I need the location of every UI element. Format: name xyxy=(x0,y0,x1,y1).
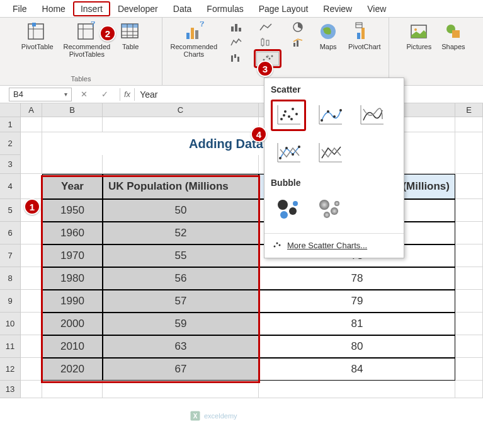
data-cell[interactable]: 1970 xyxy=(42,244,103,267)
scatter-option-markers[interactable] xyxy=(271,100,306,131)
pivot-table-button[interactable]: PivotTable xyxy=(19,20,56,59)
recommended-pivot-icon: ? xyxy=(77,21,97,42)
tab-view[interactable]: View xyxy=(360,1,394,16)
shapes-label: Shapes xyxy=(441,43,465,50)
dropdown-section-scatter: Scatter xyxy=(264,82,404,100)
data-cell[interactable]: 1960 xyxy=(42,222,103,244)
scatter-option-straight[interactable] xyxy=(312,137,348,169)
scatter-option-smooth[interactable] xyxy=(354,100,389,131)
data-cell[interactable]: 56 xyxy=(103,267,259,290)
pictures-button[interactable]: Pictures xyxy=(404,20,434,52)
header-year[interactable]: Year xyxy=(42,174,103,199)
svg-point-46 xyxy=(280,118,283,120)
svg-rect-34 xyxy=(297,40,298,47)
combo-chart-button[interactable] xyxy=(287,35,310,49)
bubble-option-3d[interactable] xyxy=(312,193,348,224)
statistic-chart-button[interactable] xyxy=(254,35,278,49)
row-header[interactable]: 8 xyxy=(0,267,21,290)
svg-rect-36 xyxy=(357,33,360,39)
pie-chart-button[interactable] xyxy=(287,20,310,34)
line-chart-button[interactable] xyxy=(254,20,278,34)
column-chart-button[interactable] xyxy=(225,20,249,34)
col-header-b[interactable]: B xyxy=(42,103,103,117)
tab-page-layout[interactable]: Page Layout xyxy=(251,1,316,16)
cancel-formula-icon[interactable]: ✕ xyxy=(78,89,90,99)
table-icon xyxy=(120,21,140,42)
tab-insert[interactable]: Insert xyxy=(73,1,110,16)
tab-data[interactable]: Data xyxy=(166,1,200,16)
pivot-table-icon xyxy=(27,21,47,42)
data-cell[interactable]: 67 xyxy=(103,358,259,381)
row-header[interactable]: 11 xyxy=(0,335,21,358)
svg-rect-43 xyxy=(452,30,460,38)
dropdown-section-bubble: Bubble xyxy=(264,175,404,193)
col-header-c[interactable]: C xyxy=(103,103,259,117)
tab-review[interactable]: Review xyxy=(315,1,360,16)
select-all-corner[interactable] xyxy=(0,103,21,117)
pictures-icon xyxy=(409,21,429,42)
row-header[interactable]: 6 xyxy=(0,222,21,244)
tab-developer[interactable]: Developer xyxy=(110,1,166,16)
tab-formulas[interactable]: Formulas xyxy=(199,1,251,16)
waterfall-chart-button[interactable] xyxy=(225,50,249,64)
data-cell[interactable]: 1980 xyxy=(42,267,103,290)
svg-rect-14 xyxy=(186,33,190,39)
row-header[interactable]: 13 xyxy=(0,381,21,398)
bubble-option-2d[interactable] xyxy=(271,193,306,224)
svg-point-72 xyxy=(293,201,298,206)
row-header[interactable]: 12 xyxy=(0,358,21,381)
row-header[interactable]: 9 xyxy=(0,290,21,313)
maps-icon xyxy=(318,21,338,42)
name-box[interactable]: B4 ▾ xyxy=(9,88,72,101)
tab-file[interactable]: File xyxy=(5,1,35,16)
data-cell[interactable]: 79 xyxy=(259,290,455,313)
table-button[interactable]: Table xyxy=(118,20,143,59)
name-box-value: B4 xyxy=(13,89,23,99)
callout-badge-2: 2 xyxy=(99,25,116,42)
recommended-charts-button[interactable]: ? Recommended Charts xyxy=(168,20,220,59)
formula-input[interactable]: Year xyxy=(135,89,157,100)
row-header[interactable]: 2 xyxy=(0,132,21,155)
data-cell[interactable]: 2010 xyxy=(42,335,103,358)
data-cell[interactable]: 1990 xyxy=(42,290,103,313)
data-cell[interactable]: 63 xyxy=(103,335,259,358)
row-header[interactable]: 5 xyxy=(0,199,21,222)
svg-point-73 xyxy=(319,200,329,210)
svg-rect-19 xyxy=(235,24,237,32)
data-cell[interactable]: 84 xyxy=(259,358,455,381)
data-cell[interactable]: 2000 xyxy=(42,313,103,335)
data-cell[interactable]: 1950 xyxy=(42,199,103,222)
data-cell[interactable]: 2020 xyxy=(42,358,103,381)
scatter-option-straight-markers[interactable] xyxy=(271,137,306,169)
data-cell[interactable]: 59 xyxy=(103,313,259,335)
tab-home[interactable]: Home xyxy=(35,1,73,16)
data-cell[interactable]: 57 xyxy=(103,290,259,313)
svg-point-30 xyxy=(269,58,271,60)
hierarchy-chart-button[interactable] xyxy=(225,35,249,49)
svg-point-56 xyxy=(327,110,329,113)
header-uk[interactable]: UK Population (Millions xyxy=(103,174,259,199)
recommended-charts-label: Recommended Charts xyxy=(171,43,218,58)
fx-icon[interactable]: fx xyxy=(120,88,135,101)
enter-formula-icon[interactable]: ✓ xyxy=(99,89,111,99)
row-header[interactable]: 3 xyxy=(0,155,21,174)
row-header[interactable]: 4 xyxy=(0,174,21,199)
data-cell[interactable]: 81 xyxy=(259,313,455,335)
row-header[interactable]: 10 xyxy=(0,313,21,335)
row-header[interactable]: 1 xyxy=(0,117,21,132)
maps-button[interactable]: Maps xyxy=(315,20,341,52)
data-cell[interactable]: 78 xyxy=(259,267,455,290)
row-header[interactable]: 7 xyxy=(0,244,21,267)
data-cell[interactable]: 50 xyxy=(103,199,259,222)
formula-bar: B4 ▾ ✕ ✓ fx Year xyxy=(0,86,483,103)
data-cell[interactable]: 52 xyxy=(103,222,259,244)
data-cell[interactable]: 80 xyxy=(259,335,455,358)
shapes-button[interactable]: Shapes xyxy=(439,20,467,52)
scatter-option-smooth-markers[interactable] xyxy=(312,100,348,131)
col-header-e[interactable]: E xyxy=(455,103,483,117)
more-scatter-charts[interactable]: More Scatter Charts... xyxy=(264,236,404,254)
more-scatter-label: More Scatter Charts... xyxy=(287,241,367,250)
pivot-chart-button[interactable]: PivotChart xyxy=(346,20,383,52)
col-header-a[interactable]: A xyxy=(21,103,42,117)
data-cell[interactable]: 55 xyxy=(103,244,259,267)
